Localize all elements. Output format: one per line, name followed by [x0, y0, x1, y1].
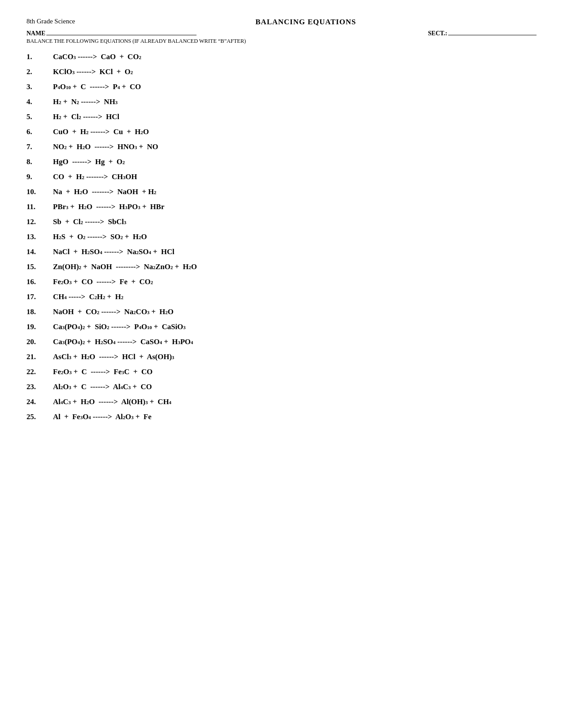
equation-content: HgO ------> Hg + O2	[53, 158, 125, 166]
equation-number: 7.	[26, 143, 53, 151]
equation-item: 18.NaOH + CO2 ------> Na2CO3 + H2O	[26, 308, 537, 316]
equation-number: 21.	[26, 353, 53, 361]
equation-item: 3.P4O10 + C ------> P4 + CO	[26, 83, 537, 91]
equation-content: NaCl + H2SO4 ------> Na2SO4 + HCl	[53, 248, 174, 256]
equation-content: Ca3(PO4)2 + H2SO4 ------> CaSO4 + H3PO4	[53, 338, 193, 346]
equation-item: 11.PBr3 + H2O ------> H3PO3 + HBr	[26, 203, 537, 211]
equation-content: H2 + Cl2 ------> HCl	[53, 113, 119, 121]
equation-number: 3.	[26, 83, 53, 91]
sect-underline	[448, 35, 537, 35]
equation-number: 14.	[26, 248, 53, 256]
equation-number: 23.	[26, 383, 53, 391]
equation-content: Na + H2O -------> NaOH + H2	[53, 188, 156, 196]
equation-content: Ca3(PO4)2 + SiO2 ------> P4O10 + CaSiO3	[53, 323, 185, 331]
equation-content: NaOH + CO2 ------> Na2CO3 + H2O	[53, 308, 174, 316]
equation-item: 12.Sb + Cl2 ------> SbCl3	[26, 218, 537, 226]
header: 8th Grade Science BALANCING EQUATIONS	[26, 18, 537, 26]
equation-number: 5.	[26, 113, 53, 121]
equation-content: Fe2O3 + CO ------> Fe + CO2	[53, 278, 153, 286]
equation-item: 14.NaCl + H2SO4 ------> Na2SO4 + HCl	[26, 248, 537, 256]
equation-list: 1.CaCO3 ------> CaO + CO22.KClO3 ------>…	[26, 53, 537, 421]
equation-item: 22.Fe2O3 + C ------> Fe3C + CO	[26, 368, 537, 376]
equation-item: 6.CuO + H2 ------> Cu + H2O	[26, 128, 537, 136]
equation-item: 2.KClO3 ------> KCl + O2	[26, 68, 537, 76]
equation-number: 17.	[26, 293, 53, 301]
equation-number: 25.	[26, 413, 53, 421]
sect-label: SECT.:	[428, 30, 447, 37]
equation-number: 6.	[26, 128, 53, 136]
equation-content: CH4 -----> C2H2 + H2	[53, 293, 123, 301]
equation-item: 19.Ca3(PO4)2 + SiO2 ------> P4O10 + CaSi…	[26, 323, 537, 331]
instructions: BALANCE THE FOLLOWING EQUATIONS (IF ALRE…	[26, 38, 537, 45]
equation-item: 1.CaCO3 ------> CaO + CO2	[26, 53, 537, 61]
equation-number: 10.	[26, 188, 53, 196]
subject-label: 8th Grade Science	[26, 18, 75, 25]
equation-content: Al4C3 + H2O ------> Al(OH)3 + CH4	[53, 398, 171, 406]
equation-item: 5.H2 + Cl2 ------> HCl	[26, 113, 537, 121]
equation-number: 4.	[26, 98, 53, 106]
equation-number: 9.	[26, 173, 53, 181]
equation-item: 25.Al + Fe3O4 ------> Al2O3 + Fe	[26, 413, 537, 421]
equation-content: CO + H2 -------> CH3OH	[53, 173, 137, 181]
equation-item: 13.H2S + O2 ------> SO2 + H2O	[26, 233, 537, 241]
page: 8th Grade Science BALANCING EQUATIONS NA…	[26, 18, 537, 421]
equation-number: 24.	[26, 398, 53, 406]
equation-item: 4.H2 + N2 ------> NH3	[26, 98, 537, 106]
equation-content: Al + Fe3O4 ------> Al2O3 + Fe	[53, 413, 151, 421]
equation-number: 16.	[26, 278, 53, 286]
equation-number: 2.	[26, 68, 53, 76]
equation-content: CuO + H2 ------> Cu + H2O	[53, 128, 149, 136]
equation-content: Zn(OH)2 + NaOH --------> Na2ZnO2 + H2O	[53, 263, 197, 271]
name-label: NAME	[26, 30, 45, 37]
equation-item: 8.HgO ------> Hg + O2	[26, 158, 537, 166]
equation-content: Fe2O3 + C ------> Fe3C + CO	[53, 368, 152, 376]
equation-number: 22.	[26, 368, 53, 376]
equation-number: 11.	[26, 203, 53, 211]
equation-content: P4O10 + C ------> P4 + CO	[53, 83, 141, 91]
name-field: NAME	[26, 30, 196, 37]
equation-item: 24.Al4C3 + H2O ------> Al(OH)3 + CH4	[26, 398, 537, 406]
equation-content: Sb + Cl2 ------> SbCl3	[53, 218, 126, 226]
equation-number: 8.	[26, 158, 53, 166]
equation-number: 20.	[26, 338, 53, 346]
equation-item: 16.Fe2O3 + CO ------> Fe + CO2	[26, 278, 537, 286]
equation-item: 20.Ca3(PO4)2 + H2SO4 ------> CaSO4 + H3P…	[26, 338, 537, 346]
equation-item: 15.Zn(OH)2 + NaOH --------> Na2ZnO2 + H2…	[26, 263, 537, 271]
equation-number: 12.	[26, 218, 53, 226]
equation-content: H2S + O2 ------> SO2 + H2O	[53, 233, 147, 241]
equation-item: 17.CH4 -----> C2H2 + H2	[26, 293, 537, 301]
equation-number: 13.	[26, 233, 53, 241]
equation-content: PBr3 + H2O ------> H3PO3 + HBr	[53, 203, 164, 211]
equation-item: 7.NO2 + H2O ------> HNO3 + NO	[26, 143, 537, 151]
sect-field: SECT.:	[428, 30, 537, 37]
equation-number: 19.	[26, 323, 53, 331]
equation-content: AsCl3 + H2O ------> HCl + As(OH)3	[53, 353, 174, 361]
equation-item: 23.Al2O3 + C ------> Al4C3 + CO	[26, 383, 537, 391]
equation-number: 1.	[26, 53, 53, 61]
equation-item: 10.Na + H2O -------> NaOH + H2	[26, 188, 537, 196]
equation-content: KClO3 ------> KCl + O2	[53, 68, 133, 76]
equation-item: 21.AsCl3 + H2O ------> HCl + As(OH)3	[26, 353, 537, 361]
equation-content: H2 + N2 ------> NH3	[53, 98, 117, 106]
page-title: BALANCING EQUATIONS	[75, 18, 537, 26]
equation-content: NO2 + H2O ------> HNO3 + NO	[53, 143, 158, 151]
name-sect-row: NAME SECT.:	[26, 30, 537, 37]
equation-item: 9.CO + H2 -------> CH3OH	[26, 173, 537, 181]
name-underline	[46, 35, 196, 35]
equation-content: Al2O3 + C ------> Al4C3 + CO	[53, 383, 152, 391]
equation-number: 15.	[26, 263, 53, 271]
equation-number: 18.	[26, 308, 53, 316]
equation-content: CaCO3 ------> CaO + CO2	[53, 53, 141, 61]
